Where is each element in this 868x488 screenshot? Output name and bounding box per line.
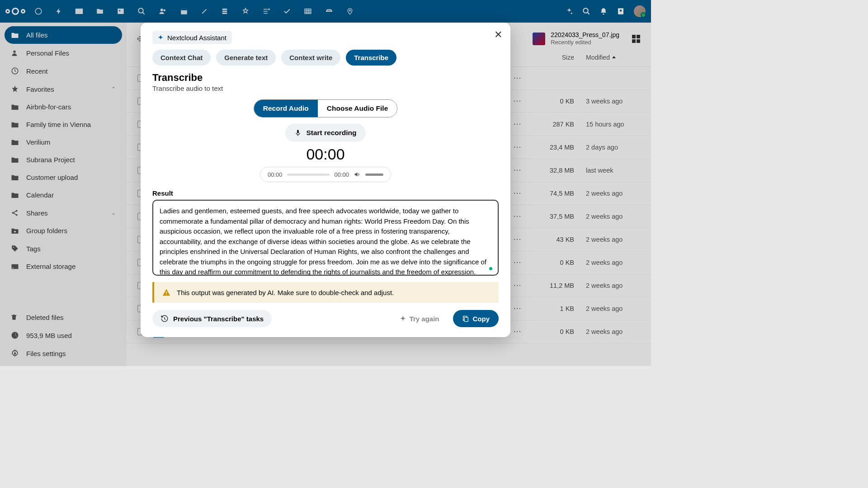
start-recording-button[interactable]: Start recording [285, 124, 365, 142]
tab-context-chat[interactable]: Context Chat [152, 50, 211, 66]
regenerate-icon: ✦ [400, 314, 406, 323]
modal-title: Transcribe [152, 72, 499, 84]
history-icon [160, 314, 169, 323]
svg-rect-45 [166, 294, 167, 295]
warning-icon [162, 288, 170, 296]
assistant-label: ✦ Nextcloud Assistant [152, 31, 232, 44]
volume-icon[interactable] [354, 171, 361, 178]
record-audio-button[interactable]: Record Audio [254, 100, 318, 117]
choose-audio-button[interactable]: Choose Audio File [318, 100, 397, 117]
status-dot-icon [489, 267, 492, 270]
volume-bar[interactable] [365, 174, 383, 176]
close-icon[interactable]: ✕ [494, 29, 502, 41]
modal-overlay: ✕ ✦ Nextcloud Assistant Context ChatGene… [0, 0, 651, 366]
progress-start: 00:00 [268, 171, 283, 178]
tab-transcribe[interactable]: Transcribe [346, 50, 396, 66]
svg-rect-43 [297, 130, 299, 133]
recording-timer: 00:00 [152, 145, 499, 163]
copy-icon [462, 314, 469, 323]
spark-icon: ✦ [158, 33, 164, 42]
assistant-modal: ✕ ✦ Nextcloud Assistant Context ChatGene… [141, 23, 510, 337]
ai-warning-banner: This output was generated by AI. Make su… [152, 282, 499, 303]
result-label: Result [152, 189, 499, 197]
playback-progress[interactable]: 00:00 00:00 [260, 167, 391, 182]
tab-generate-text[interactable]: Generate text [216, 50, 276, 66]
previous-tasks-button[interactable]: Previous "Transcribe" tasks [152, 310, 272, 327]
modal-subtitle: Transcribe audio to text [152, 84, 499, 92]
copy-button[interactable]: Copy [453, 310, 499, 327]
try-again-button[interactable]: ✦ Try again [392, 310, 448, 327]
audio-input-segmented: Record Audio Choose Audio File [254, 99, 398, 117]
svg-rect-46 [464, 317, 468, 321]
tab-context-write[interactable]: Context write [281, 50, 340, 66]
progress-bar[interactable] [287, 174, 330, 176]
progress-end: 00:00 [334, 171, 349, 178]
result-textarea[interactable]: Ladies and gentlemen, esteemed guests, a… [152, 200, 499, 276]
assistant-tabs: Context ChatGenerate textContext writeTr… [152, 50, 499, 66]
mic-icon [294, 128, 302, 137]
svg-rect-44 [166, 291, 167, 294]
